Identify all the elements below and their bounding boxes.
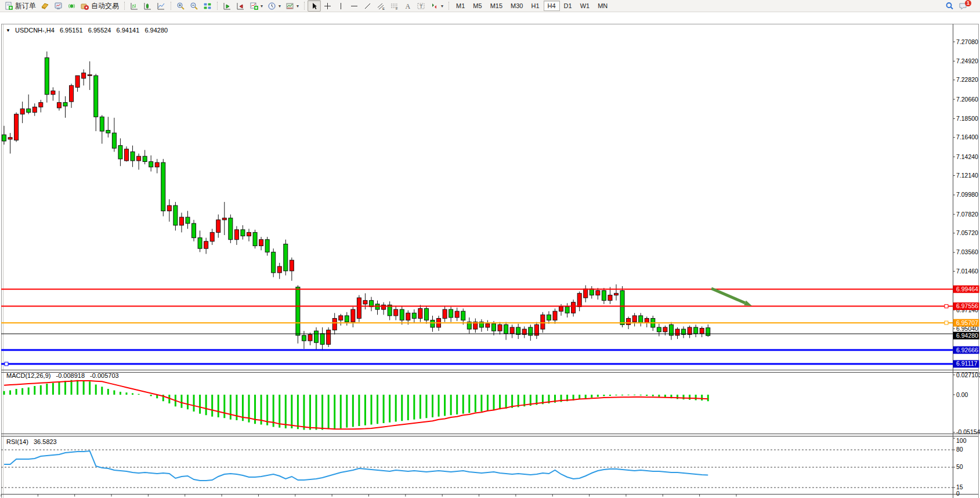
template-icon: [285, 2, 294, 10]
notification-badge: 1: [965, 0, 971, 6]
svg-text:0.027103: 0.027103: [956, 371, 980, 378]
timeframe-button-m1[interactable]: M1: [452, 1, 469, 11]
window-frame: [2, 24, 979, 498]
search-button[interactable]: [943, 0, 956, 12]
svg-text:6.95707: 6.95707: [956, 319, 978, 326]
trendline-button[interactable]: [361, 0, 374, 12]
dropdown-caret-icon[interactable]: ▾: [296, 3, 299, 9]
timeframe-button-m30[interactable]: M30: [507, 1, 527, 11]
new-order-button-label: 新订单: [15, 1, 36, 11]
text-icon: A: [403, 2, 412, 10]
chat-button[interactable]: 1: [956, 0, 978, 12]
svg-text:6.99464: 6.99464: [956, 286, 978, 293]
svg-text:7.09980: 7.09980: [956, 191, 978, 198]
autotrading-button-label: 自动交易: [91, 1, 119, 11]
vertical-line-button[interactable]: [334, 0, 348, 12]
metaeditor-icon: [41, 2, 49, 10]
timeframe-button-d1[interactable]: D1: [560, 1, 576, 11]
timeframe-button-m5[interactable]: M5: [469, 1, 486, 11]
svg-text:7.18500: 7.18500: [956, 115, 978, 122]
svg-text:6.94280: 6.94280: [956, 332, 978, 339]
zoom-out-icon: [190, 2, 198, 10]
svg-text:-0.051546: -0.051546: [956, 428, 980, 435]
candlestick-chart-button[interactable]: [141, 0, 154, 12]
cursor-icon: [310, 2, 319, 10]
svg-text:7.27080: 7.27080: [956, 38, 978, 45]
chart-window[interactable]: 7.270807.249207.228207.206607.185007.164…: [0, 12, 980, 498]
svg-text:7.01460: 7.01460: [956, 268, 978, 275]
timeframe-button-w1[interactable]: W1: [576, 1, 594, 11]
new-order-icon: [5, 2, 13, 10]
svg-text:0.00: 0.00: [956, 391, 968, 398]
line-chart-icon: [157, 2, 165, 10]
line-chart-button[interactable]: [154, 0, 168, 12]
dropdown-caret-icon[interactable]: ▾: [279, 3, 281, 9]
templates-button[interactable]: ▾: [283, 0, 301, 12]
auto-scroll-icon: [223, 2, 232, 10]
vline-icon: [337, 2, 345, 10]
chart-symbol: USDCNH-,H4: [15, 27, 55, 34]
signals-button[interactable]: [65, 0, 78, 12]
ohlc-open: 6.95151: [60, 27, 83, 34]
svg-text:6.97556: 6.97556: [956, 302, 978, 309]
ohlc-high: 6.95524: [88, 27, 111, 34]
channel-icon: E: [377, 2, 385, 10]
bar-chart-icon: [130, 2, 139, 10]
fibonacci-button[interactable]: F: [388, 0, 401, 12]
signals-icon: [67, 2, 76, 10]
trendline-icon: [363, 2, 372, 10]
new-chart-button[interactable]: ▾: [247, 0, 265, 12]
market-icon: [54, 2, 63, 10]
timeframe-button-h1[interactable]: H1: [527, 1, 543, 11]
auto-scroll-button[interactable]: [220, 0, 234, 12]
hline-icon: [350, 2, 359, 10]
candles-icon: [143, 2, 152, 10]
svg-text:6.91117: 6.91117: [956, 360, 978, 367]
svg-text:F: F: [396, 7, 398, 10]
tile-windows-button[interactable]: [201, 0, 214, 12]
macd-signal-value: -0.005703: [90, 372, 119, 379]
svg-text:7.20660: 7.20660: [956, 96, 978, 103]
cursor-button[interactable]: [308, 0, 321, 12]
svg-text:50: 50: [956, 463, 963, 470]
market-watch-button[interactable]: [52, 0, 65, 12]
toolbar-separator: [449, 2, 449, 10]
svg-text:100: 100: [956, 437, 967, 444]
one-click-trading-arrow[interactable]: ▼: [6, 28, 10, 33]
zoom-in-button[interactable]: [174, 0, 187, 12]
svg-text:6.92666: 6.92666: [956, 347, 978, 353]
crosshair-button[interactable]: [321, 0, 334, 12]
svg-text:7.05720: 7.05720: [956, 229, 978, 236]
chart-canvas[interactable]: 7.270807.249207.228207.206607.185007.164…: [0, 12, 980, 498]
new-order-button[interactable]: 新订单: [2, 0, 38, 12]
chart-shift-button[interactable]: [234, 0, 247, 12]
ohlc-low: 6.94141: [117, 27, 140, 34]
rsi-value: 36.5823: [34, 438, 57, 445]
ohlc-close: 6.94280: [144, 27, 168, 34]
toolbar-separator: [304, 2, 305, 10]
equidistant-channel-button[interactable]: E: [374, 0, 388, 12]
horizontal-line-button[interactable]: [348, 0, 361, 12]
arrows-button[interactable]: ▾: [428, 0, 446, 12]
zoom-out-button[interactable]: [187, 0, 201, 12]
bar-chart-button[interactable]: [128, 0, 141, 12]
dropdown-caret-icon[interactable]: ▾: [261, 3, 263, 9]
rsi-indicator-label: RSI(14) 36.5823: [6, 438, 57, 445]
text-button[interactable]: A: [401, 0, 414, 12]
periods-button[interactable]: ▾: [265, 0, 283, 12]
chart-title: ▼ USDCNH-,H4 6.95151 6.95524 6.94141 6.9…: [6, 27, 168, 34]
search-icon: [945, 2, 954, 10]
timeframe-button-mn[interactable]: MN: [594, 1, 612, 11]
autotrading-button[interactable]: 自动交易: [78, 0, 121, 12]
svg-text:80: 80: [956, 446, 963, 453]
dropdown-caret-icon[interactable]: ▾: [441, 3, 443, 9]
rsi-name: RSI(14): [6, 438, 28, 445]
text-label-button[interactable]: T: [414, 0, 428, 12]
timeframe-button-h4[interactable]: H4: [544, 1, 560, 11]
svg-text:7.03560: 7.03560: [956, 248, 978, 255]
label-icon: T: [417, 2, 425, 10]
metaeditor-button[interactable]: [38, 0, 52, 12]
autotrade-icon: [81, 2, 89, 10]
timeframe-button-m15[interactable]: M15: [486, 1, 507, 11]
toolbar-separator: [217, 2, 218, 10]
